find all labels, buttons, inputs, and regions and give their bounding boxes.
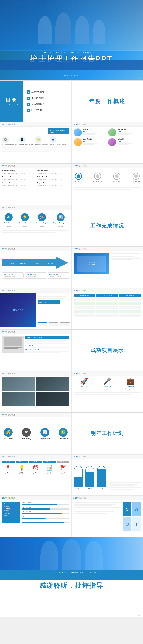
timeline-item-4: Title Text HereTitle Text Here	[132, 172, 141, 184]
profile-line-7	[117, 143, 132, 144]
tc-2-1	[74, 302, 95, 305]
blue-title-8: Main Title Goes Here	[25, 336, 69, 339]
tablet-icon: 📱	[19, 136, 25, 143]
slide-row-7: 2017年地工作概述 INVEST Learn More → Title Her…	[0, 288, 143, 330]
slide-icons-left: 2017年地工作概述 ✈ Market/Launch Lorem ipsum d…	[0, 205, 72, 246]
tc-5-2	[96, 314, 118, 317]
icon-row: 🏠 MOBILE DEVELOPER 📱 SOCIAL MEDIA PAGE ⭐…	[2, 136, 69, 145]
arrow-diagram: Title Here Title Here Title Here Title H…	[2, 256, 69, 270]
slide-header-4r: 2017年地工作概述	[72, 164, 143, 168]
profile-info-4: Alice Hl ■ ■ ■	[117, 138, 132, 145]
photo-3	[2, 392, 35, 406]
money-item-1: 💰 Save Money	[4, 428, 13, 440]
service-title-4: Technology Support	[37, 176, 69, 178]
loc-desc-3: Text Here	[33, 473, 39, 474]
slide-number-last: END	[138, 615, 141, 616]
figure-3	[85, 540, 103, 572]
slide-annual-overview: 年度工作概述	[72, 81, 143, 122]
icon-title-3: Repository/Import	[36, 222, 48, 224]
contracts-label: Contracts	[125, 386, 135, 388]
loc-item-4: 📝 Note Text Here	[47, 465, 53, 474]
inv-label-2: Title Here	[50, 324, 58, 325]
sub-title-1: Main Title Goes Here	[25, 345, 69, 347]
slide-header-11l: 2017年地工作概述	[0, 454, 71, 459]
gl-2	[4, 348, 19, 349]
briefcase-emoji: 💼	[125, 378, 135, 385]
launch-desc: Lorem ipsum dolor	[79, 388, 89, 390]
st-3	[74, 505, 112, 506]
pb-bar-1	[22, 504, 69, 505]
slide-swot-right: 2017年地工作概述 S W O T	[72, 496, 143, 537]
invest-text: INVEST	[12, 309, 24, 312]
dev-icon: 💻	[50, 136, 56, 143]
loc-desc-1: Text Here	[5, 473, 11, 474]
avatar-3	[74, 138, 82, 146]
timeline-circle-1	[75, 172, 82, 180]
text-line-3	[2, 150, 49, 152]
it-2	[38, 296, 66, 297]
slide-rocket-right: 2017年地工作概述 🚀 Launch Lorem ipsum dolor 🎤 …	[72, 371, 143, 412]
st-7	[74, 513, 107, 514]
loc-emoji-2: 💡	[19, 465, 25, 471]
icon-block-3: 🚀 Repository/Import Lorem ipsum dolorsit…	[36, 213, 48, 228]
table-row-5	[74, 314, 141, 317]
text-line-1	[2, 147, 62, 148]
rt-2	[74, 394, 131, 395]
slide-gray-left: 2017年地工作概述 Main Title Goes Here Main Tit…	[0, 330, 72, 371]
lp-line-4	[111, 258, 141, 259]
invest-photo: INVEST	[0, 293, 36, 327]
st-5	[74, 510, 121, 510]
profile-4: Alice Hl ■ ■ ■	[108, 138, 141, 146]
arrow-svg: Title Here Title Here Title Here Title H…	[2, 256, 68, 270]
service-title-6: Engine Management	[37, 182, 69, 184]
gray-main: Main Title Goes Here Main Title Goes Her…	[2, 336, 69, 353]
services-grid: Creative Strategy Lorem ipsum dolor sit …	[0, 168, 71, 188]
figure-2	[62, 539, 81, 574]
swot-o: O	[123, 517, 131, 532]
menu-item-3: ◆ 成功项目展示	[27, 102, 68, 106]
loc-label-1: Idea	[5, 472, 11, 473]
after-deck-label: After Deck	[102, 386, 112, 388]
timeline-dot-1	[77, 174, 80, 178]
service-5: Creative & Innovative Lorem ipsum dolor …	[2, 182, 35, 186]
swot-t: T	[132, 517, 141, 532]
icon-desc-1: Lorem ipsum dolorsit amet	[4, 224, 14, 228]
bsp-desc-2: Text here	[4, 510, 19, 511]
pb-bar-3	[22, 513, 69, 514]
profile-line-6	[83, 144, 94, 145]
timeline-line-3	[121, 178, 132, 178]
table-row-1	[74, 298, 141, 302]
after-deck-desc: Lorem ipsum dolor	[102, 388, 112, 390]
tube-fill-1	[74, 476, 82, 487]
thanks-subtitle: THE NURSE CARE WORK REPORT PPT	[0, 572, 143, 574]
slide-row-12: 2017年地工作概述 Title Here Text here Title He…	[0, 496, 143, 537]
icons-row: ✈ Market/Launch Lorem ipsum dolorsit ame…	[2, 213, 69, 228]
icon-block-2: 💡 Business/Launch Lorem ipsum dolorsit a…	[19, 213, 31, 228]
timeline-dot-3	[115, 174, 119, 178]
inv-label-1: Title Here	[38, 324, 46, 325]
icon-block-1: ✈ Market/Launch Lorem ipsum dolorsit ame…	[4, 213, 14, 228]
tc-5-3	[119, 314, 141, 317]
profile-name-3: Jon Smith	[83, 138, 97, 140]
profiles-grid: Adam Zh ■ ■ ■ Rachel Zs ■ ■ ■	[72, 127, 143, 148]
menu-label-4: 明年工作计划	[32, 109, 44, 112]
year-label-3: 2016	[97, 488, 106, 490]
th-3: Title Text Here	[119, 294, 141, 297]
slide-row-3: 2017年地工作概述 SOCIAL MEDIA PAGE ■ ■ ■ ■ 🏠 M…	[0, 122, 143, 164]
tube-3	[97, 466, 106, 487]
avatar-1	[74, 128, 82, 136]
bsp-title-1: Title Here	[4, 503, 19, 505]
st-2	[74, 504, 116, 504]
ibox-title-1: Title Text Here	[4, 274, 22, 275]
chart-icon: 📊	[57, 213, 65, 221]
laptop-content: MOCK UPLAPTOP	[72, 251, 143, 276]
surgeons-photo	[0, 0, 143, 50]
pb-fill-1	[22, 504, 57, 505]
slide-row-6: 2017年地工作概述 Title Here Title Here Title H…	[0, 246, 143, 288]
timeline-label-3: Title Text HereTitle Text Here	[112, 180, 121, 184]
profile-info-2: Rachel Zs ■ ■ ■	[117, 128, 132, 135]
timeline-line-2	[102, 178, 112, 178]
tube-2	[85, 466, 94, 487]
loc-emoji-5: 🚩	[60, 465, 67, 471]
invest-text-area: Learn More →	[38, 294, 70, 304]
